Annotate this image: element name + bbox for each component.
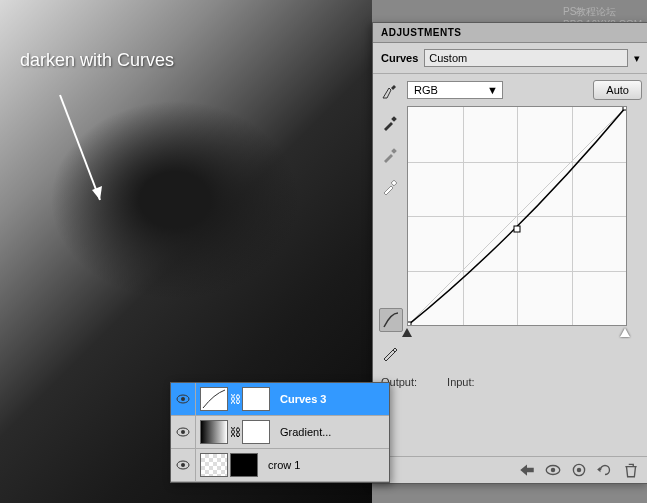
- mask-thumb[interactable]: [242, 387, 270, 411]
- adjustment-thumb[interactable]: [200, 420, 228, 444]
- svg-rect-8: [623, 107, 626, 110]
- layer-name[interactable]: Gradient...: [274, 426, 331, 438]
- targeted-adjust-icon[interactable]: [379, 80, 401, 102]
- visibility-toggle-icon[interactable]: [171, 383, 196, 415]
- layer-row-gradient[interactable]: ⛓ Gradient...: [171, 416, 389, 449]
- eyedropper-white-icon[interactable]: [379, 176, 401, 198]
- preset-menu-icon[interactable]: ▾: [634, 52, 640, 65]
- spacer: [379, 208, 401, 298]
- svg-point-10: [551, 468, 556, 473]
- channel-dropdown[interactable]: RGB ▼: [407, 81, 503, 99]
- eyedropper-gray-icon[interactable]: [379, 144, 401, 166]
- panel-tab-adjustments[interactable]: ADJUSTMENTS: [373, 23, 647, 43]
- layers-panel-fragment: ⛓ Curves 3 ⛓ Gradient... crow 1: [170, 382, 390, 483]
- svg-line-5: [408, 107, 626, 325]
- link-icon[interactable]: ⛓: [230, 421, 240, 443]
- input-label: Input:: [447, 376, 475, 388]
- curves-title: Curves: [381, 52, 418, 64]
- svg-marker-13: [597, 467, 600, 473]
- mask-thumb[interactable]: [230, 453, 258, 477]
- layer-row-curves3[interactable]: ⛓ Curves 3: [171, 383, 389, 416]
- layer-name[interactable]: crow 1: [262, 459, 300, 471]
- toggle-visibility-icon[interactable]: [544, 461, 562, 479]
- svg-point-15: [181, 397, 185, 401]
- auto-button[interactable]: Auto: [593, 80, 642, 100]
- svg-point-18: [181, 430, 185, 434]
- svg-point-12: [577, 468, 582, 473]
- svg-marker-1: [92, 186, 102, 200]
- curves-graph[interactable]: [407, 106, 627, 326]
- annotation-arrow: [50, 90, 110, 210]
- svg-point-20: [181, 463, 185, 467]
- annotation-text: darken with Curves: [20, 50, 174, 71]
- preset-dropdown[interactable]: Custom: [424, 49, 628, 67]
- eyedropper-black-icon[interactable]: [379, 112, 401, 134]
- pencil-edit-icon[interactable]: [379, 342, 401, 364]
- previous-state-icon[interactable]: [570, 461, 588, 479]
- reset-icon[interactable]: [596, 461, 614, 479]
- curve-edit-icon[interactable]: [379, 308, 403, 332]
- input-slider[interactable]: [407, 328, 625, 340]
- layer-row-crow1[interactable]: crow 1: [171, 449, 389, 482]
- svg-rect-7: [514, 226, 520, 232]
- curve-line[interactable]: [408, 107, 626, 325]
- link-icon[interactable]: ⛓: [230, 388, 240, 410]
- adjustment-thumb[interactable]: [200, 387, 228, 411]
- layer-name[interactable]: Curves 3: [274, 393, 326, 405]
- mask-thumb[interactable]: [242, 420, 270, 444]
- svg-rect-2: [391, 116, 397, 122]
- layer-thumb[interactable]: [200, 453, 228, 477]
- visibility-toggle-icon[interactable]: [171, 416, 196, 448]
- return-to-list-icon[interactable]: [518, 461, 536, 479]
- trash-icon[interactable]: [622, 461, 640, 479]
- svg-rect-4: [391, 180, 397, 186]
- svg-rect-6: [408, 322, 411, 325]
- svg-rect-3: [391, 148, 397, 154]
- visibility-toggle-icon[interactable]: [171, 449, 196, 481]
- svg-line-0: [60, 95, 100, 200]
- adjustments-panel: ADJUSTMENTS Curves Custom ▾: [372, 22, 647, 484]
- chevron-down-icon: ▼: [487, 84, 498, 96]
